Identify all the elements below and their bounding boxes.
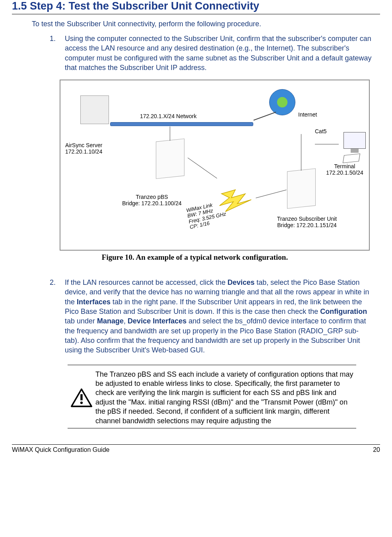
text: , [124, 317, 128, 325]
footer-title: WiMAX Quick Configuration Guide [12, 446, 109, 453]
network-diagram: AirSync Server172.20.1.10/24 172.20.1.X/… [60, 80, 370, 251]
note-text: The Tranzeo pBS and SS each include a va… [95, 368, 356, 428]
ordered-item-2: 2. If the LAN resources cannot be access… [50, 278, 372, 355]
network-label: 172.20.1.X/24 Network [140, 113, 196, 119]
internet-label: Internet [298, 111, 317, 118]
ui-term: Interfaces [77, 298, 111, 306]
internet-icon [269, 89, 295, 115]
text: If the LAN resources cannot be accessed,… [65, 278, 227, 286]
svg-point-3 [80, 401, 83, 404]
terminal-label: Terminal172.20.1.50/24 [319, 163, 371, 176]
list-text: If the LAN resources cannot be accessed,… [65, 278, 372, 355]
intro-text: To test the Subscriber Unit connectivity… [32, 20, 380, 28]
figure-caption: Figure 10. An example of a typical netwo… [12, 253, 378, 262]
page-footer: WiMAX Quick Configuration Guide 20 [12, 444, 380, 461]
network-bar [110, 122, 253, 126]
section-heading: 1.5 Step 4: Test the Subscriber Unit Con… [12, 0, 380, 14]
text: tab under [65, 317, 97, 325]
svg-rect-2 [80, 394, 82, 400]
su-label: Tranzeo Subscriber UnitBridge: 172.20.1.… [255, 216, 359, 228]
list-number: 2. [50, 278, 65, 355]
cat5-label: Cat5 [315, 128, 327, 134]
ordered-item-1: 1. Using the computer connected to the S… [50, 34, 372, 72]
airsync-label: AirSync Server172.20.1.10/24 [65, 142, 102, 155]
ui-term: Configuration [320, 307, 367, 315]
list-text: Using the computer connected to the Subs… [65, 34, 372, 72]
terminal-icon [339, 132, 371, 160]
warning-note: The Tranzeo pBS and SS each include a va… [68, 365, 356, 428]
ui-term: Device Interfaces [128, 317, 186, 325]
ui-term: Manage [97, 317, 124, 325]
warning-icon [68, 368, 95, 428]
list-number: 1. [50, 34, 65, 72]
page-number: 20 [373, 446, 380, 453]
pbs-icon [156, 138, 184, 179]
su-icon [287, 168, 316, 209]
pbs-label: Tranzeo pBSBridge: 172.20.1.100/24 [100, 194, 204, 206]
server-icon [80, 95, 109, 124]
ui-term: Devices [227, 278, 254, 286]
